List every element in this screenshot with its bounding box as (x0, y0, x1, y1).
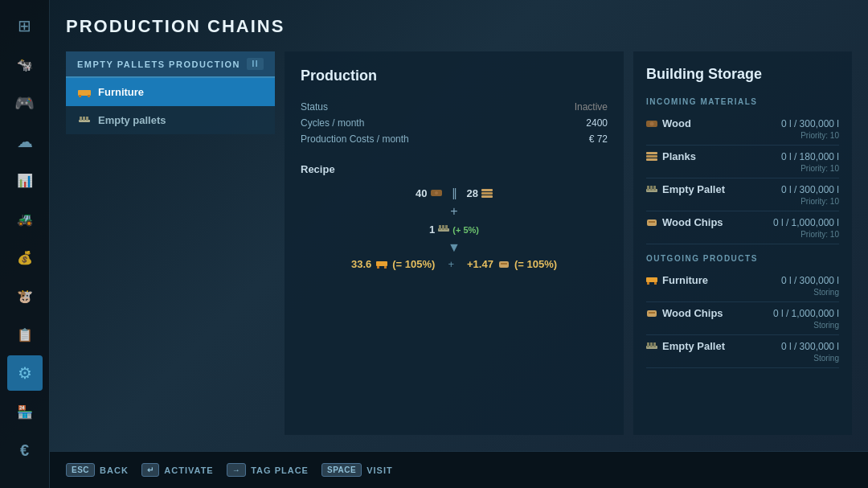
sidebar-item-contracts[interactable]: 📋 (7, 317, 43, 352)
recipe-bonus-row: 1 (+ 5%) (301, 223, 608, 236)
storage-item-woodchips-out: Wood Chips 0 l / 1,000,000 l Storing (646, 302, 839, 335)
chain-list-item-empty-pallets[interactable]: Empty pallets (66, 106, 275, 134)
weather-icon: ☁ (17, 132, 33, 151)
content-grid: EMPTY PALLETS PRODUCTION II Furniture (66, 51, 852, 435)
sidebar-item-production[interactable]: ⚙ (7, 355, 43, 391)
sidebar-item-animal[interactable]: 🐄 (7, 47, 43, 82)
svg-rect-10 (481, 192, 493, 195)
currency-icon: € (20, 441, 29, 460)
wood-amount: 0 l / 300,000 l (781, 118, 839, 129)
ingredient-2-amount: 28 (467, 187, 478, 199)
svg-rect-15 (445, 225, 448, 230)
chain-status-badge: II (247, 58, 264, 70)
livestock-icon: 🐮 (17, 289, 33, 304)
outgoing-products-label: OUTGOING PRODUCTS (646, 254, 839, 263)
wood-name: Wood (646, 117, 691, 129)
cycles-row: Cycles / month 2400 (301, 115, 608, 131)
empty-pallets-label: Empty pallets (98, 114, 166, 126)
woodchips-storage-icon (646, 218, 657, 228)
sidebar-item-tractor[interactable]: 🚜 (7, 201, 43, 236)
sidebar-item-weather[interactable]: ☁ (7, 124, 43, 159)
pipe-divider: ‖ (452, 187, 457, 199)
ingredient-1-amount: 40 (416, 187, 427, 199)
output-2: +1.47 (= 105%) (467, 258, 557, 270)
svg-rect-11 (481, 195, 493, 198)
store-icon: 🏪 (17, 404, 33, 420)
empty-pallet-in-amount: 0 l / 300,000 l (781, 184, 839, 195)
costs-value: € 72 (589, 133, 608, 145)
furniture-recipe-icon (376, 260, 387, 269)
storage-item-empty-pallet-out: Empty Pallet 0 l / 300,000 l Storing (646, 335, 839, 368)
svg-rect-16 (376, 261, 387, 266)
storage-item-empty-pallet-in: Empty Pallet 0 l / 300,000 l Priority: 1… (646, 178, 839, 211)
hotkey-tag-place[interactable]: → TAG PLACE (227, 463, 309, 477)
woodchips-out-name: Wood Chips (646, 307, 723, 319)
cycles-label: Cycles / month (301, 117, 364, 129)
status-label: Status (301, 101, 328, 113)
building-storage-title: Building Storage (646, 66, 839, 83)
incoming-materials-label: INCOMING MATERIALS (646, 97, 839, 106)
storage-item-planks: Planks 0 l / 180,000 l Priority: 10 (646, 146, 839, 178)
svg-rect-0 (78, 90, 91, 96)
status-row: Status Inactive (301, 99, 608, 115)
furniture-storage-icon (646, 276, 657, 285)
contracts-icon: 📋 (17, 327, 33, 342)
output-1-amount: 33.6 (351, 258, 371, 270)
production-stats: Status Inactive Cycles / month 2400 Prod… (301, 99, 608, 147)
recipe-inputs-row: 40 ‖ 28 (301, 187, 608, 199)
costs-row: Production Costs / month € 72 (301, 131, 608, 147)
ingredient-3-bonus: (+ 5%) (452, 225, 479, 235)
svg-rect-33 (647, 282, 649, 285)
hotkey-esc[interactable]: ESC BACK (66, 463, 129, 477)
planks-icon (481, 187, 493, 199)
output-1-pct: (= 105%) (392, 258, 435, 270)
cycles-value: 2400 (586, 117, 608, 129)
svg-rect-9 (481, 189, 493, 191)
storage-item-wood: Wood 0 l / 300,000 l Priority: 10 (646, 113, 839, 146)
sidebar-item-stats[interactable]: 📊 (7, 162, 43, 198)
svg-rect-2 (88, 95, 90, 97)
plus-sign: + (450, 204, 457, 219)
svg-point-22 (650, 121, 654, 125)
empty-pallet-out-storage-icon (646, 342, 657, 351)
svg-rect-25 (646, 158, 657, 161)
panel-left: EMPTY PALLETS PRODUCTION II Furniture (66, 51, 275, 435)
ingredient-2: 28 (467, 187, 493, 199)
recipe-section: Recipe 40 ‖ 28 (301, 163, 608, 270)
planks-name: Planks (646, 150, 696, 162)
wood-storage-icon (646, 119, 657, 129)
sidebar-item-steering[interactable]: 🎮 (7, 85, 43, 121)
svg-rect-31 (649, 221, 655, 223)
furniture-out-name: Furniture (646, 274, 708, 286)
animal-icon: 🐄 (17, 57, 33, 72)
empty-pallet-storage-icon (646, 185, 657, 195)
arrow-down: ▼ (301, 240, 608, 255)
output-2-pct: (= 105%) (514, 258, 557, 270)
sidebar-item-money[interactable]: 💰 (7, 240, 43, 275)
sidebar-item-livestock[interactable]: 🐮 (7, 278, 43, 314)
woodchips-in-amount: 0 l / 1,000,000 l (773, 217, 839, 228)
svg-rect-32 (646, 277, 657, 282)
recipe-output-row: 33.6 (= 105%) + +1.47 (301, 258, 608, 270)
steering-icon: 🎮 (14, 93, 35, 113)
hotkey-visit[interactable]: SPACE VISIT (321, 463, 393, 477)
woodchips-recipe-icon (498, 260, 510, 269)
svg-rect-39 (650, 342, 653, 347)
svg-rect-5 (83, 117, 85, 121)
money-icon: 💰 (17, 250, 33, 265)
sidebar-item-map[interactable]: ⊞ (7, 8, 43, 43)
storage-item-furniture-out: Furniture 0 l / 300,000 l Storing (646, 269, 839, 302)
ingredient-3-amount: 1 (429, 223, 435, 236)
furniture-out-amount: 0 l / 300,000 l (781, 275, 839, 286)
chain-list-item-furniture[interactable]: Furniture (66, 78, 275, 106)
svg-rect-24 (646, 155, 657, 158)
sidebar-item-currency[interactable]: € (7, 433, 43, 468)
empty-pallet-out-amount: 0 l / 300,000 l (781, 341, 839, 352)
woodchips-out-status: Storing (646, 321, 839, 330)
hotkey-activate[interactable]: ↵ ACTIVATE (141, 463, 214, 477)
sidebar-item-store[interactable]: 🏪 (7, 394, 43, 429)
empty-pallet-recipe-icon (438, 224, 449, 236)
svg-rect-36 (649, 312, 655, 314)
map-icon: ⊞ (18, 16, 31, 35)
planks-priority: Priority: 10 (646, 164, 839, 173)
